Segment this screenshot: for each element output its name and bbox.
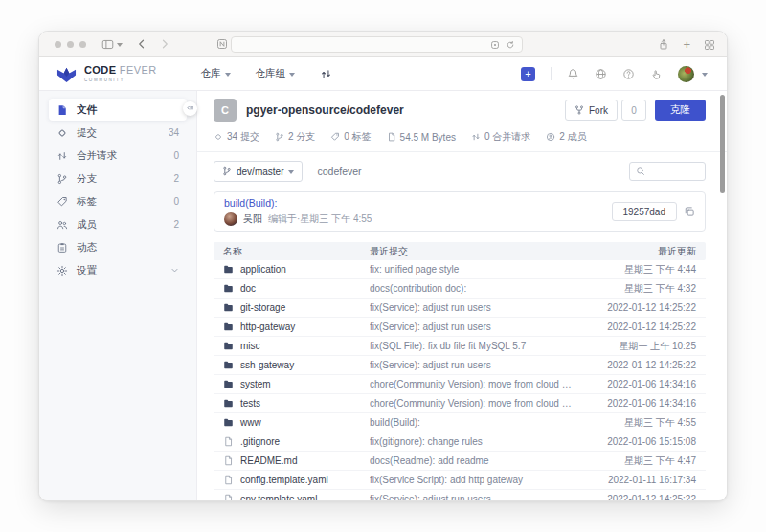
file-name-cell[interactable]: README.md [223,455,370,466]
copy-icon[interactable] [684,206,695,217]
file-name-cell[interactable]: misc [223,341,370,351]
commit-hash[interactable]: 19257dad [612,202,678,221]
sidebar-item-branches[interactable]: 分支 2 [49,167,187,189]
file-name-cell[interactable]: env.template.yaml [223,494,370,501]
latest-commit-message[interactable]: build(Build): [224,197,372,209]
sidebar-item-commits[interactable]: 提交 34 [49,122,187,144]
user-menu-chevron-icon[interactable] [702,73,708,79]
commit-message-cell[interactable]: fix(Service Script): add http gateway [370,475,581,485]
feedback-hand-icon[interactable] [650,68,663,80]
sidebar-toggle-icon[interactable] [101,38,114,51]
file-name-cell[interactable]: doc [223,283,370,294]
clone-button[interactable]: 克隆 [655,100,706,121]
sidebar-caret-icon[interactable] [117,43,123,50]
extension-icon[interactable] [216,38,228,50]
fork-count[interactable]: 0 [621,100,646,121]
commit-message-cell[interactable]: chore(Community Version): move from clou… [370,379,581,389]
file-name-cell[interactable]: http-gateway [223,321,370,332]
sidebar-item-tags[interactable]: 标签 0 [49,190,187,212]
commit-message-cell[interactable]: fix(Service): adjust run users [370,321,581,332]
file-search-input[interactable] [629,162,706,181]
file-table-header: 名称 最近提交 最近更新 [214,242,706,260]
commit-message-cell[interactable]: fix(SQL File): fix db file fit MySQL 5.7 [370,341,581,351]
scrollbar-thumb[interactable] [720,95,725,193]
commit-message-cell[interactable]: fix(Service): adjust run users [370,360,581,370]
updated-date-cell: 2022-01-12 14:25:22 [581,360,696,370]
help-icon[interactable] [622,68,635,80]
file-name: env.template.yaml [240,494,317,501]
new-tab-icon[interactable]: + [683,37,690,52]
commit-message-cell[interactable]: build(Build): [370,417,581,428]
sidebar-item-activity[interactable]: 动态 [49,236,187,258]
reload-icon[interactable] [506,40,515,50]
updated-date-cell: 星期三 下午 4:55 [581,416,696,430]
column-latest-update: 最近更新 [581,245,696,258]
table-row[interactable]: http-gateway fix(Service): adjust run us… [214,318,706,337]
sidebar-item-members[interactable]: 成员 2 [49,213,187,235]
table-row[interactable]: config.template.yaml fix(Service Script)… [214,471,706,490]
language-globe-icon[interactable] [595,68,607,80]
fork-button[interactable]: Fork [565,100,618,121]
file-name-cell[interactable]: system [223,379,370,389]
table-row[interactable]: system chore(Community Version): move fr… [214,375,706,394]
minimize-window-button[interactable] [67,41,74,48]
tab-overview-icon[interactable] [704,39,715,51]
share-icon[interactable] [658,38,669,51]
nav-repo-groups[interactable]: 仓库组 [256,67,296,80]
commit-message-cell[interactable]: chore(Community Version): move from clou… [370,398,581,409]
folder-icon [223,360,234,370]
file-name-cell[interactable]: ssh-gateway [223,360,370,370]
sidebar-item-files[interactable]: 文件 [49,99,187,121]
file-name-cell[interactable]: config.template.yaml [223,475,370,485]
stat-text: 54.5 M Bytes [400,132,456,143]
latest-commit-card: build(Build): 吴阳 编辑于·星期三 下午 4:55 19257da… [214,191,706,232]
table-row[interactable]: tests chore(Community Version): move fro… [214,394,706,413]
table-row[interactable]: env.template.yaml fix(Service): adjust r… [214,490,706,501]
nav-repositories[interactable]: 仓库 [201,67,231,80]
stat-commits: 34 提交 [214,130,259,144]
codefever-logo[interactable]: CODE FEVER COMMUNITY [56,64,157,84]
back-icon[interactable] [136,38,147,50]
create-new-button[interactable]: + [521,67,535,81]
commit-message-cell[interactable]: fix(gitignore): change rules [370,436,581,447]
sidebar-item-settings[interactable]: 设置 [49,259,187,281]
sidebar-collapse-button[interactable] [183,101,197,116]
folder-icon [223,264,234,275]
table-row[interactable]: www build(Build): 星期三 下午 4:55 [214,413,706,432]
table-row[interactable]: README.md docs(Readme): add readme 星期三 下… [214,452,706,471]
notifications-bell-icon[interactable] [567,68,579,80]
file-name-cell[interactable]: www [223,417,370,428]
close-window-button[interactable] [55,41,61,48]
zoom-window-button[interactable] [79,41,86,48]
activity-icon [56,242,68,254]
updated-date-cell: 星期一 上午 10:25 [581,340,696,353]
commit-message-cell[interactable]: fix(Service): adjust run users [370,494,581,501]
search-icon [636,166,645,176]
merge-requests-icon[interactable] [320,68,332,80]
file-name-cell[interactable]: application [223,264,370,275]
file-name-cell[interactable]: .gitignore [223,436,370,447]
commit-message-cell[interactable]: fix: unified page style [370,264,581,275]
commit-message-cell[interactable]: docs(contribution doc): [370,283,581,294]
commit-message-cell[interactable]: docs(Readme): add readme [370,455,581,466]
table-row[interactable]: application fix: unified page style 星期三 … [214,260,706,279]
branch-selector[interactable]: dev/master [214,161,303,182]
user-avatar[interactable] [678,66,694,82]
file-name: ssh-gateway [240,360,294,370]
address-bar[interactable] [231,36,523,53]
file-name-cell[interactable]: tests [223,398,370,409]
section-divider [197,151,727,152]
sidebar-item-merge-requests[interactable]: 合并请求 0 [49,144,187,166]
commit-icon [56,127,68,139]
forward-icon[interactable] [159,38,170,50]
table-row[interactable]: doc docs(contribution doc): 星期三 下午 4:32 [214,279,706,299]
file-name: www [240,417,261,428]
file-name-cell[interactable]: git-storage [223,302,370,313]
commit-message-cell[interactable]: fix(Service): adjust run users [370,302,581,313]
table-row[interactable]: misc fix(SQL File): fix db file fit MySQ… [214,337,706,356]
stat-members: 2 成员 [546,130,586,144]
table-row[interactable]: git-storage fix(Service): adjust run use… [214,299,706,318]
table-row[interactable]: .gitignore fix(gitignore): change rules … [214,432,706,452]
breadcrumb[interactable]: codefever [317,166,361,177]
table-row[interactable]: ssh-gateway fix(Service): adjust run use… [214,356,706,375]
